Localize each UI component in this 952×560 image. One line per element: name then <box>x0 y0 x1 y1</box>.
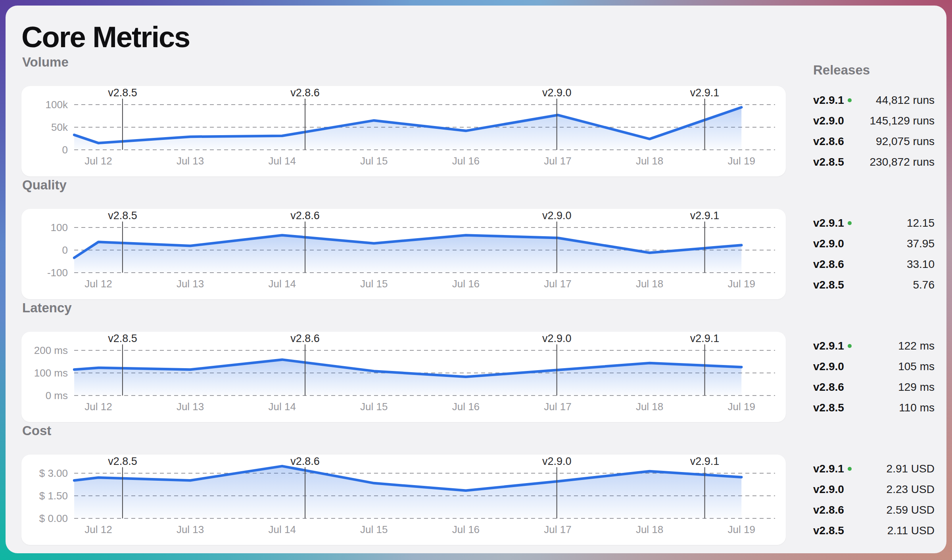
release-row: v2.9.0105 ms <box>813 356 935 377</box>
y-axis-tick-label: $ 1.50 <box>39 490 68 502</box>
current-release-dot-icon <box>848 344 852 348</box>
release-version-group: v2.9.0 <box>813 360 844 373</box>
release-version: v2.9.1 <box>813 94 844 107</box>
release-version: v2.8.5 <box>813 401 844 414</box>
release-row: v2.8.633.10 <box>813 254 935 275</box>
release-row: v2.8.5110 ms <box>813 398 935 418</box>
current-release-dot-icon <box>848 467 852 471</box>
release-version: v2.8.6 <box>813 504 844 516</box>
release-row: v2.8.6129 ms <box>813 377 935 398</box>
release-version: v2.9.0 <box>813 360 844 373</box>
release-marker-label: v2.9.1 <box>690 210 720 222</box>
release-version-group: v2.9.1 <box>813 340 852 352</box>
x-axis-tick-label: Jul 15 <box>360 278 388 290</box>
y-axis-tick-label: 100 ms <box>34 367 68 379</box>
gradient-frame: Core Metrics Releases Volume 050k100kJul… <box>0 0 952 560</box>
release-version-group: v2.9.0 <box>813 115 844 127</box>
x-axis-tick-label: Jul 15 <box>360 155 388 167</box>
x-axis-tick-label: Jul 16 <box>452 278 480 290</box>
release-version: v2.8.5 <box>813 524 844 537</box>
y-axis-tick-label: 0 <box>62 144 68 156</box>
volume-chart: 050k100kJul 12Jul 13Jul 14Jul 15Jul 16Ju… <box>21 86 786 176</box>
release-version: v2.9.0 <box>813 115 844 127</box>
release-marker-label: v2.9.0 <box>542 333 572 344</box>
release-marker-label: v2.8.5 <box>108 87 137 99</box>
section-label-cost: Cost <box>22 423 221 438</box>
release-value: 92,075 runs <box>876 135 935 148</box>
release-version-group: v2.8.5 <box>813 524 844 537</box>
y-axis-tick-label: 100k <box>46 99 68 111</box>
release-value: 2.59 USD <box>887 504 935 516</box>
release-marker-label: v2.8.6 <box>290 455 320 467</box>
y-axis-tick-label: 0 ms <box>46 390 68 401</box>
x-axis-tick-label: Jul 19 <box>728 401 755 413</box>
release-value: 12.15 <box>907 217 935 229</box>
release-marker-label: v2.8.5 <box>108 455 137 467</box>
x-axis-tick-label: Jul 14 <box>269 401 296 413</box>
release-value: 2.23 USD <box>887 483 935 496</box>
release-row: v2.8.55.76 <box>813 275 935 295</box>
x-axis-tick-label: Jul 18 <box>636 401 663 413</box>
release-value: 5.76 <box>913 279 935 291</box>
release-row: v2.8.692,075 runs <box>813 131 935 152</box>
current-release-dot-icon <box>848 98 852 102</box>
volume-chart-card: 050k100kJul 12Jul 13Jul 14Jul 15Jul 16Ju… <box>21 86 786 176</box>
x-axis-tick-label: Jul 13 <box>177 278 204 290</box>
release-version: v2.8.6 <box>813 258 844 271</box>
quality-chart-card: -1000100Jul 12Jul 13Jul 14Jul 15Jul 16Ju… <box>21 209 786 299</box>
release-stats-cost: v2.9.12.91 USDv2.9.02.23 USDv2.8.62.59 U… <box>813 459 935 541</box>
release-value: 33.10 <box>907 258 935 271</box>
release-version-group: v2.8.5 <box>813 156 844 168</box>
release-value: 2.91 USD <box>887 463 935 475</box>
release-stats-latency: v2.9.1122 msv2.9.0105 msv2.8.6129 msv2.8… <box>813 336 935 418</box>
release-value: 44,812 runs <box>876 94 935 107</box>
latency-chart: 0 ms100 ms200 msJul 12Jul 13Jul 14Jul 15… <box>21 332 786 422</box>
release-marker-label: v2.8.5 <box>108 333 137 344</box>
release-marker-label: v2.8.6 <box>290 87 320 99</box>
release-value: 37.95 <box>907 237 935 250</box>
release-value: 122 ms <box>898 340 935 352</box>
release-marker-label: v2.9.1 <box>690 455 720 467</box>
release-marker-label: v2.9.0 <box>542 87 572 99</box>
release-value: 2.11 USD <box>887 524 935 537</box>
release-version-group: v2.8.5 <box>813 401 844 414</box>
release-version: v2.8.5 <box>813 156 844 168</box>
release-version: v2.8.6 <box>813 381 844 394</box>
y-axis-tick-label: -100 <box>47 267 68 279</box>
release-version: v2.9.1 <box>813 217 844 229</box>
release-marker-label: v2.9.0 <box>542 210 572 222</box>
release-row: v2.9.112.15 <box>813 213 935 233</box>
y-axis-tick-label: 50k <box>51 121 68 133</box>
y-axis-tick-label: 0 <box>62 244 68 256</box>
release-version-group: v2.9.1 <box>813 463 852 475</box>
quality-chart: -1000100Jul 12Jul 13Jul 14Jul 15Jul 16Ju… <box>21 209 786 299</box>
section-label-quality: Quality <box>22 178 221 193</box>
release-value: 129 ms <box>898 381 935 394</box>
release-version: v2.9.1 <box>813 463 844 475</box>
page-title: Core Metrics <box>21 21 190 53</box>
release-version: v2.9.1 <box>813 340 844 352</box>
x-axis-tick-label: Jul 13 <box>177 401 204 413</box>
release-marker-label: v2.8.5 <box>108 210 137 222</box>
y-axis-tick-label: 200 ms <box>34 344 68 356</box>
y-axis-tick-label: $ 3.00 <box>39 467 68 479</box>
latency-chart-card: 0 ms100 ms200 msJul 12Jul 13Jul 14Jul 15… <box>21 332 786 422</box>
section-label-volume: Volume <box>22 55 221 70</box>
release-stats-quality: v2.9.112.15v2.9.037.95v2.8.633.10v2.8.55… <box>813 213 935 295</box>
current-release-dot-icon <box>848 221 852 225</box>
x-axis-tick-label: Jul 18 <box>636 155 663 167</box>
x-axis-tick-label: Jul 19 <box>728 278 755 290</box>
release-row: v2.9.1122 ms <box>813 336 935 356</box>
y-axis-tick-label: $ 0.00 <box>39 512 68 524</box>
x-axis-tick-label: Jul 19 <box>728 155 755 167</box>
release-version-group: v2.9.0 <box>813 483 844 496</box>
release-version: v2.8.5 <box>813 279 844 291</box>
section-label-latency: Latency <box>22 300 221 315</box>
release-marker-label: v2.8.6 <box>290 210 320 222</box>
release-value: 145,129 runs <box>870 115 935 127</box>
x-axis-tick-label: Jul 17 <box>544 524 571 535</box>
x-axis-tick-label: Jul 12 <box>84 155 112 167</box>
x-axis-tick-label: Jul 15 <box>360 524 388 535</box>
release-marker-label: v2.9.0 <box>542 455 572 467</box>
x-axis-tick-label: Jul 18 <box>636 524 663 535</box>
